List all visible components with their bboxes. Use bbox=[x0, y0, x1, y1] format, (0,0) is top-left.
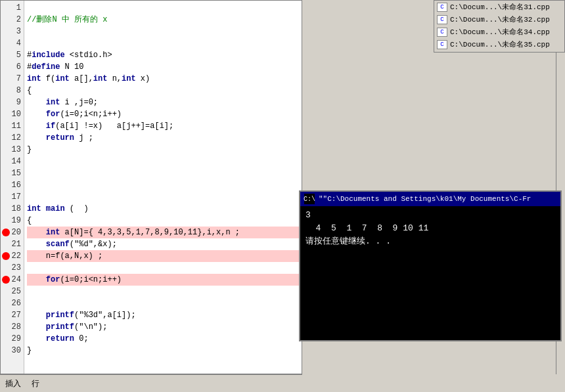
breakpoint-dot[interactable] bbox=[2, 252, 10, 260]
file-label: C:\Docum...\未命名35.cpp bbox=[450, 39, 550, 49]
code-line: } bbox=[27, 345, 302, 357]
line-numbers-gutter: 1234567891011121314151617181920212223242… bbox=[1, 1, 24, 374]
code-line bbox=[27, 297, 302, 309]
line-number: 27 bbox=[1, 309, 24, 321]
code-line: scanf("%d",&x); bbox=[27, 238, 302, 250]
insert-status: 插入 bbox=[5, 378, 21, 389]
file-icon: C bbox=[437, 3, 447, 12]
line-number: 21 bbox=[1, 238, 24, 250]
code-line: printf("\n"); bbox=[27, 321, 302, 333]
file-icon: C bbox=[437, 40, 447, 49]
line-number: 12 bbox=[1, 132, 24, 144]
terminal-content: 3 4 5 1 7 8 9 10 11请按任意键继续. . . bbox=[300, 206, 560, 340]
line-number: 20 bbox=[1, 227, 24, 238]
file-panel: CC:\Docum...\未命名31.cppCC:\Docum...\未命名32… bbox=[434, 0, 565, 53]
code-line bbox=[27, 262, 302, 274]
file-label: C:\Docum...\未命名34.cpp bbox=[450, 27, 550, 37]
file-icon: C bbox=[437, 28, 447, 37]
line-number: 29 bbox=[1, 333, 24, 345]
line-number: 22 bbox=[1, 250, 24, 262]
code-line: int i ,j=0; bbox=[27, 97, 302, 108]
code-line: } bbox=[27, 144, 302, 156]
code-line: //删除N 中 所有的 x bbox=[27, 14, 302, 26]
code-line: int main ( ) bbox=[27, 203, 302, 215]
breakpoint-dot[interactable] bbox=[2, 229, 10, 236]
code-line bbox=[27, 179, 302, 191]
terminal-line: 3 bbox=[305, 209, 555, 222]
code-line: for(i=0;i<n;i++) bbox=[27, 108, 302, 120]
line-number: 2 bbox=[1, 14, 24, 26]
line-number: 15 bbox=[1, 167, 24, 179]
line-number: 13 bbox=[1, 144, 24, 156]
code-line bbox=[27, 37, 302, 49]
line-number: 6 bbox=[1, 61, 24, 73]
code-line: for(i=0;i<n;i++) bbox=[27, 274, 302, 286]
code-line: int f(int a[],int n,int x) bbox=[27, 73, 302, 85]
code-line: int a[N]={ 4,3,3,5,1,7,8,9,10,11},i,x,n … bbox=[27, 227, 302, 238]
code-line: #include <stdio.h> bbox=[27, 49, 302, 61]
terminal-line: 请按任意键继续. . . bbox=[305, 235, 555, 248]
code-line bbox=[27, 191, 302, 203]
breakpoint-dot[interactable] bbox=[2, 276, 10, 284]
line-number: 26 bbox=[1, 297, 24, 309]
code-line: n=f(a,N,x) ; bbox=[27, 250, 302, 262]
code-area[interactable]: //删除N 中 所有的 x#include <stdio.h>#define N… bbox=[24, 1, 302, 374]
file-item[interactable]: CC:\Docum...\未命名31.cpp bbox=[434, 1, 564, 13]
file-item[interactable]: CC:\Docum...\未命名35.cpp bbox=[434, 38, 564, 51]
terminal-icon: C:\ bbox=[304, 194, 315, 204]
line-number: 8 bbox=[1, 85, 24, 97]
code-line bbox=[27, 167, 302, 179]
code-line: { bbox=[27, 85, 302, 97]
code-line bbox=[27, 156, 302, 167]
line-number: 19 bbox=[1, 215, 24, 227]
terminal-window[interactable]: C:\ ""C:\Documents and Settings\k01\My D… bbox=[299, 190, 562, 341]
code-line bbox=[27, 26, 302, 37]
code-line: printf("%3d",a[i]); bbox=[27, 309, 302, 321]
line-number: 4 bbox=[1, 37, 24, 49]
line-number: 7 bbox=[1, 73, 24, 85]
file-label: C:\Docum...\未命名32.cpp bbox=[450, 14, 550, 24]
file-icon: C bbox=[437, 15, 447, 24]
code-line bbox=[27, 2, 302, 14]
line-number: 18 bbox=[1, 203, 24, 215]
code-line: #define N 10 bbox=[27, 61, 302, 73]
code-line: return 0; bbox=[27, 333, 302, 345]
line-number: 5 bbox=[1, 49, 24, 61]
file-item[interactable]: CC:\Docum...\未命名34.cpp bbox=[434, 26, 564, 38]
line-number: 14 bbox=[1, 156, 24, 167]
status-bar: 插入 行 bbox=[0, 374, 302, 392]
terminal-line: 4 5 1 7 8 9 10 11 bbox=[305, 222, 555, 235]
line-number: 1 bbox=[1, 2, 24, 14]
line-number: 24 bbox=[1, 274, 24, 286]
code-editor[interactable]: 1234567891011121314151617181920212223242… bbox=[0, 0, 302, 374]
line-number: 10 bbox=[1, 108, 24, 120]
line-number: 25 bbox=[1, 286, 24, 297]
line-number: 23 bbox=[1, 262, 24, 274]
code-line: return j ; bbox=[27, 132, 302, 144]
terminal-title: ""C:\Documents and Settings\k01\My Docum… bbox=[319, 195, 531, 203]
line-number: 9 bbox=[1, 97, 24, 108]
line-number: 17 bbox=[1, 191, 24, 203]
file-label: C:\Docum...\未命名31.cpp bbox=[450, 2, 550, 12]
line-number: 11 bbox=[1, 120, 24, 132]
code-line: if(a[i] !=x) a[j++]=a[i]; bbox=[27, 120, 302, 132]
terminal-titlebar: C:\ ""C:\Documents and Settings\k01\My D… bbox=[300, 192, 560, 206]
line-status: 行 bbox=[32, 378, 39, 389]
line-number: 16 bbox=[1, 179, 24, 191]
line-number: 28 bbox=[1, 321, 24, 333]
file-item[interactable]: CC:\Docum...\未命名32.cpp bbox=[434, 13, 564, 26]
code-line bbox=[27, 286, 302, 297]
line-number: 3 bbox=[1, 26, 24, 37]
line-number: 30 bbox=[1, 345, 24, 357]
code-line: { bbox=[27, 215, 302, 227]
